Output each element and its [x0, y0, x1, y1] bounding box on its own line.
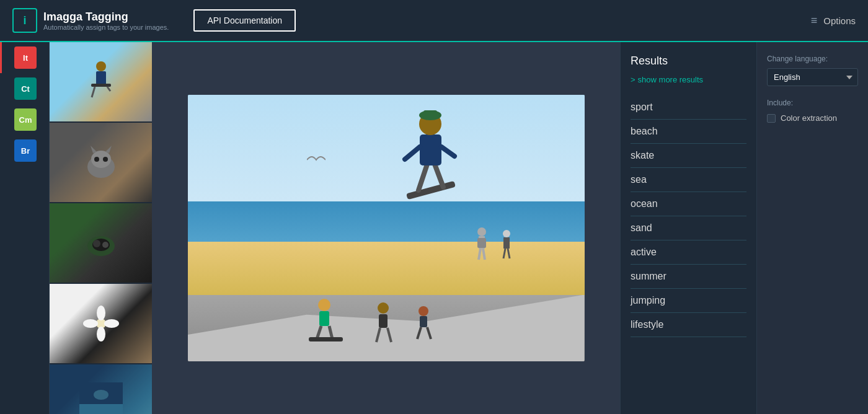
- food-thumbnail-icon: [79, 221, 123, 265]
- svg-point-14: [102, 242, 108, 248]
- svg-line-3: [92, 87, 95, 97]
- logo-symbol: i: [23, 14, 26, 27]
- app-header: i Imagga Tagging Automatically assign ta…: [0, 0, 868, 42]
- svg-rect-47: [379, 314, 388, 328]
- svg-point-18: [83, 319, 98, 328]
- categorization-icon: Ct: [14, 77, 37, 100]
- sidebar-item-categorization[interactable]: Ct: [0, 73, 50, 104]
- app-name-prefix: Imagga: [43, 11, 82, 23]
- color-extraction-label: Color extraction: [781, 113, 837, 123]
- thumbnail-item[interactable]: [50, 123, 152, 203]
- thumbnail-food: [50, 203, 152, 283]
- sidebar-item-color-matching[interactable]: Cm: [0, 104, 50, 135]
- ramp-skaters-icon: [287, 293, 442, 348]
- svg-line-36: [483, 249, 485, 260]
- tagging-icon: It: [14, 46, 37, 69]
- tag-sand[interactable]: sand: [631, 216, 746, 240]
- svg-point-32: [477, 227, 486, 236]
- options-button[interactable]: ≡ Options: [811, 14, 856, 27]
- svg-rect-45: [309, 337, 343, 341]
- svg-line-25: [434, 162, 443, 187]
- svg-rect-38: [503, 237, 510, 249]
- svg-point-50: [418, 306, 428, 316]
- app-subtitle: Automatically assign tags to your images…: [43, 24, 169, 31]
- options-panel: Change language: English Spanish French …: [756, 42, 868, 414]
- tag-sea[interactable]: sea: [631, 168, 746, 192]
- brands-icon: Br: [14, 139, 37, 162]
- thumbnail-item[interactable]: [50, 203, 152, 284]
- thumbnail-wolf: [50, 123, 152, 202]
- svg-line-40: [508, 249, 510, 258]
- svg-point-6: [91, 151, 111, 168]
- wolf-thumbnail-icon: [79, 141, 123, 184]
- background-people-icon: [426, 222, 538, 272]
- svg-line-44: [329, 326, 332, 339]
- tag-beach[interactable]: beach: [631, 120, 746, 144]
- svg-point-37: [503, 230, 510, 237]
- app-sidebar: It Ct Cm Br: [0, 42, 50, 414]
- results-panel: Results show more results sport beach sk…: [620, 42, 756, 414]
- language-select[interactable]: English Spanish French German: [767, 68, 858, 86]
- tag-lifestyle[interactable]: lifestyle: [631, 313, 746, 337]
- main-content: It Ct Cm Br: [0, 42, 868, 414]
- svg-line-30: [405, 147, 420, 159]
- skater-thumbnail-icon: [82, 57, 120, 107]
- svg-line-39: [503, 249, 505, 258]
- svg-point-41: [318, 299, 330, 311]
- main-image-area: [152, 42, 620, 414]
- app-name: Imagga Tagging: [43, 11, 169, 24]
- scene: [188, 95, 585, 361]
- skater-airborne-icon: [394, 100, 468, 200]
- logo-area: i Imagga Tagging Automatically assign ta…: [12, 8, 169, 33]
- svg-line-52: [417, 327, 421, 339]
- svg-line-43: [317, 326, 321, 339]
- svg-point-22: [94, 390, 108, 400]
- color-extraction-checkbox[interactable]: [767, 114, 776, 123]
- app-title: Imagga Tagging Automatically assign tags…: [43, 11, 169, 31]
- tag-skate[interactable]: skate: [631, 144, 746, 168]
- svg-marker-7: [91, 146, 97, 153]
- thumbnail-item[interactable]: [50, 364, 152, 414]
- svg-line-53: [427, 327, 431, 339]
- tag-active[interactable]: active: [631, 240, 746, 265]
- svg-point-19: [104, 319, 119, 328]
- sidebar-item-tagging[interactable]: It: [0, 42, 50, 73]
- svg-line-49: [388, 328, 391, 342]
- tag-sport[interactable]: sport: [631, 95, 746, 120]
- svg-line-24: [418, 162, 428, 190]
- svg-rect-21: [79, 404, 123, 414]
- color-matching-icon: Cm: [14, 108, 37, 131]
- thumbnail-skater: [50, 42, 152, 121]
- svg-point-9: [94, 157, 99, 162]
- svg-rect-51: [420, 316, 427, 327]
- main-image: [188, 95, 585, 361]
- bird-icon: [307, 154, 326, 166]
- svg-point-0: [96, 61, 106, 71]
- svg-rect-23: [406, 180, 456, 199]
- svg-point-10: [103, 157, 108, 162]
- results-title: Results: [631, 55, 746, 68]
- sea-thumbnail-icon: [79, 382, 123, 414]
- tag-jumping[interactable]: jumping: [631, 289, 746, 313]
- show-more-button[interactable]: show more results: [631, 75, 746, 84]
- svg-line-48: [376, 328, 380, 342]
- tag-ocean[interactable]: ocean: [631, 192, 746, 216]
- api-documentation-button[interactable]: API Documentation: [193, 9, 296, 32]
- thumbnail-item[interactable]: [50, 42, 152, 123]
- options-label: Options: [823, 15, 856, 26]
- svg-line-35: [479, 249, 480, 260]
- svg-point-13: [93, 240, 100, 247]
- tag-summer[interactable]: summer: [631, 265, 746, 289]
- svg-rect-26: [420, 134, 441, 165]
- thumbnail-item[interactable]: [50, 284, 152, 364]
- flower-thumbnail-icon: [79, 302, 123, 345]
- sidebar-item-brands[interactable]: Br: [0, 135, 50, 166]
- logo-icon: i: [12, 8, 37, 33]
- options-icon: ≡: [811, 14, 818, 27]
- thumbnail-flower: [50, 284, 152, 363]
- color-extraction-row: Color extraction: [767, 113, 858, 123]
- svg-rect-29: [423, 110, 437, 119]
- svg-line-31: [441, 147, 454, 156]
- change-language-label: Change language:: [767, 55, 858, 63]
- svg-rect-42: [319, 311, 329, 326]
